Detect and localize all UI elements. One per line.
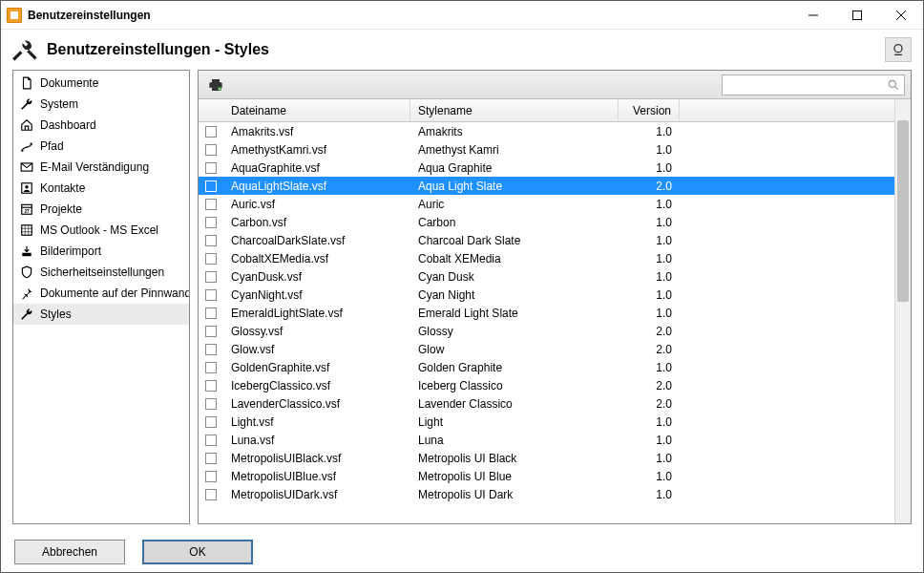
sidebar-item-projekte[interactable]: 27Projekte [13, 199, 189, 220]
sidebar-item-email[interactable]: E-Mail Verständigung [13, 157, 189, 178]
cell-version: 2.0 [619, 180, 680, 193]
row-checkbox[interactable] [205, 289, 217, 301]
print-button[interactable] [204, 74, 227, 96]
cell-version: 1.0 [619, 270, 680, 284]
row-checkbox[interactable] [205, 253, 217, 265]
row-checkbox[interactable] [205, 217, 217, 228]
cell-filename: AquaGraphite.vsf [223, 161, 410, 175]
table-row[interactable]: LavenderClassico.vsfLavender Classico2.0 [199, 394, 894, 413]
sidebar-item-pinnwand[interactable]: Dokumente auf der Pinnwand [13, 283, 189, 304]
cell-stylename: Glossy [410, 325, 619, 338]
minimize-button[interactable] [791, 1, 835, 29]
table-row[interactable]: GoldenGraphite.vsfGolden Graphite1.0 [199, 358, 894, 376]
cell-filename: MetropolisUIDark.vsf [223, 488, 410, 501]
table-row[interactable]: Light.vsfLight1.0 [199, 413, 894, 431]
row-checkbox[interactable] [205, 380, 217, 392]
search-input[interactable] [726, 78, 887, 92]
cell-filename: AmethystKamri.vsf [223, 143, 410, 157]
table-row[interactable]: AquaLightSlate.vsfAqua Light Slate2.0 [199, 177, 894, 195]
cell-filename: MetropolisUIBlue.vsf [223, 470, 410, 483]
column-filename[interactable]: Dateiname [223, 99, 410, 121]
row-checkbox[interactable] [205, 435, 217, 446]
sidebar-item-kontakte[interactable]: Kontakte [13, 178, 189, 199]
cell-version: 1.0 [619, 415, 680, 429]
row-checkbox[interactable] [205, 308, 217, 319]
sidebar-item-label: Projekte [40, 202, 82, 216]
sidebar-item-dokumente[interactable]: Dokumente [13, 73, 189, 94]
column-stylename[interactable]: Stylename [410, 99, 619, 121]
close-button[interactable] [879, 1, 923, 29]
header-action-button[interactable] [885, 37, 912, 62]
cell-stylename: Aqua Graphite [410, 161, 619, 175]
sidebar-item-sicherheit[interactable]: Sicherheitseinstellungen [13, 262, 189, 283]
table-row[interactable]: AmethystKamri.vsfAmethyst Kamri1.0 [199, 140, 894, 159]
sidebar-item-styles[interactable]: Styles [13, 304, 189, 325]
search-box[interactable] [722, 74, 905, 96]
cell-filename: Carbon.vsf [223, 216, 410, 229]
cell-filename: Auric.vsf [223, 198, 410, 211]
styles-table: Dateiname Stylename Version Amakrits.vsf… [199, 99, 894, 523]
row-checkbox[interactable] [205, 162, 217, 174]
sidebar-item-label: MS Outlook - MS Excel [40, 223, 158, 237]
cell-version: 1.0 [619, 434, 680, 447]
cell-stylename: Aqua Light Slate [410, 180, 619, 193]
row-checkbox[interactable] [205, 235, 217, 246]
cell-stylename: Emerald Light Slate [410, 307, 619, 320]
table-row[interactable]: Amakrits.vsfAmakrits1.0 [199, 122, 894, 140]
calendar-icon: 27 [19, 202, 34, 217]
table-row[interactable]: Auric.vsfAuric1.0 [199, 195, 894, 213]
row-checkbox[interactable] [205, 416, 217, 428]
table-row[interactable]: CharcoalDarkSlate.vsfCharcoal Dark Slate… [199, 231, 894, 249]
row-checkbox[interactable] [205, 199, 217, 210]
cell-filename: GoldenGraphite.vsf [223, 361, 410, 374]
row-checkbox[interactable] [205, 126, 217, 138]
column-version[interactable]: Version [619, 99, 680, 121]
sidebar-item-dashboard[interactable]: Dashboard [13, 115, 189, 136]
sidebar-item-outlook[interactable]: MS Outlook - MS Excel [13, 220, 189, 241]
table-row[interactable]: AquaGraphite.vsfAqua Graphite1.0 [199, 159, 894, 177]
cell-version: 1.0 [619, 198, 680, 211]
sidebar-item-bilderimport[interactable]: Bilderimport [13, 241, 189, 262]
table-row[interactable]: IcebergClassico.vsfIceberg Classico2.0 [199, 376, 894, 394]
cell-version: 2.0 [619, 379, 680, 393]
table-row[interactable]: MetropolisUIBlack.vsfMetropolis UI Black… [199, 449, 894, 467]
sidebar-item-system[interactable]: System [13, 94, 189, 115]
table-row[interactable]: CyanNight.vsfCyan Night1.0 [199, 286, 894, 304]
row-checkbox[interactable] [205, 489, 217, 500]
row-checkbox[interactable] [205, 362, 217, 373]
vertical-scrollbar[interactable] [894, 99, 911, 523]
cell-version: 1.0 [619, 488, 680, 501]
row-checkbox[interactable] [205, 144, 217, 156]
search-icon [887, 78, 900, 92]
table-row[interactable]: MetropolisUIBlue.vsfMetropolis UI Blue1.… [199, 467, 894, 485]
row-checkbox[interactable] [205, 453, 217, 464]
row-checkbox[interactable] [205, 471, 217, 482]
cell-stylename: Lavender Classico [410, 397, 619, 411]
wrench-icon [19, 307, 34, 322]
svg-text:27: 27 [24, 209, 30, 214]
sidebar-item-pfad[interactable]: Pfad [13, 136, 189, 157]
cell-filename: Amakrits.vsf [223, 125, 410, 138]
scroll-thumb[interactable] [897, 120, 909, 302]
cell-stylename: Light [410, 415, 619, 429]
table-row[interactable]: EmeraldLightSlate.vsfEmerald Light Slate… [199, 304, 894, 322]
sidebar-item-label: E-Mail Verständigung [40, 160, 149, 174]
row-checkbox[interactable] [205, 326, 217, 337]
svg-point-12 [889, 80, 895, 87]
row-checkbox[interactable] [205, 398, 217, 410]
row-checkbox[interactable] [205, 180, 217, 192]
maximize-button[interactable] [835, 1, 879, 29]
svg-point-3 [31, 143, 32, 145]
table-row[interactable]: Luna.vsfLuna1.0 [199, 431, 894, 449]
settings-window: Benutzereinstellungen Benutzereinstellun… [0, 0, 924, 573]
table-row[interactable]: CobaltXEMedia.vsfCobalt XEMedia1.0 [199, 249, 894, 267]
table-row[interactable]: Carbon.vsfCarbon1.0 [199, 213, 894, 231]
row-checkbox[interactable] [205, 344, 217, 355]
row-checkbox[interactable] [205, 271, 217, 283]
table-row[interactable]: MetropolisUIDark.vsfMetropolis UI Dark1.… [199, 485, 894, 503]
table-row[interactable]: CyanDusk.vsfCyan Dusk1.0 [199, 267, 894, 286]
cancel-button[interactable]: Abbrechen [14, 540, 125, 564]
table-row[interactable]: Glossy.vsfGlossy2.0 [199, 322, 894, 340]
table-row[interactable]: Glow.vsfGlow2.0 [199, 340, 894, 358]
ok-button[interactable]: OK [142, 540, 253, 564]
